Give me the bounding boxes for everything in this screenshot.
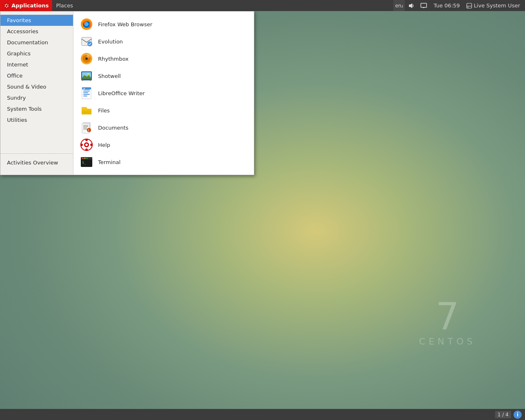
- svg-rect-27: [83, 96, 87, 96]
- svg-point-15: [85, 57, 88, 60]
- svg-point-50: [84, 158, 86, 159]
- firefox-label: Firefox Web Browser: [98, 21, 152, 27]
- terminal-icon: $_: [80, 155, 93, 169]
- svg-point-42: [80, 144, 83, 146]
- panel-left: Applications Places: [0, 0, 77, 11]
- files-icon: [80, 104, 93, 117]
- help-label: Help: [98, 142, 110, 148]
- svg-rect-34: [83, 125, 88, 126]
- svg-point-51: [87, 158, 88, 159]
- sound-icon: [408, 2, 415, 9]
- app-item-help[interactable]: Help: [73, 136, 254, 153]
- display-icon: [420, 2, 427, 9]
- svg-marker-1: [409, 3, 412, 8]
- files-label: Files: [98, 107, 110, 114]
- firefox-icon: [80, 18, 93, 31]
- help-icon: [80, 138, 93, 151]
- svg-point-43: [90, 144, 93, 146]
- svg-rect-24: [83, 91, 90, 91]
- svg-point-46: [85, 144, 88, 146]
- svg-rect-26: [83, 94, 90, 95]
- evolution-label: Evolution: [98, 39, 123, 45]
- sidebar-spacer: [0, 126, 73, 153]
- app-item-documents[interactable]: ! Documents: [73, 119, 254, 136]
- menu-sidebar: Favorites Accessories Documentation Grap…: [0, 11, 73, 175]
- svg-rect-25: [83, 92, 88, 93]
- keyboard-layout-label: en₂: [395, 3, 403, 9]
- sidebar-item-office[interactable]: Office: [0, 70, 73, 81]
- app-item-terminal[interactable]: $_ Terminal: [73, 153, 254, 171]
- top-panel: Applications Places en₂ Tue 06:59: [0, 0, 525, 11]
- app-item-files[interactable]: Files: [73, 102, 254, 119]
- applications-menu-popup: Favorites Accessories Documentation Grap…: [0, 11, 254, 175]
- app-item-shotwell[interactable]: Shotwell: [73, 67, 254, 84]
- places-menu-button[interactable]: Places: [52, 0, 77, 11]
- app-item-libreoffice-writer[interactable]: W LibreOffice Writer: [73, 84, 254, 102]
- svg-point-10: [84, 22, 89, 26]
- sidebar-item-graphics[interactable]: Graphics: [0, 48, 73, 59]
- sidebar-item-sundry[interactable]: Sundry: [0, 92, 73, 103]
- sidebar-item-utilities[interactable]: Utilities: [0, 114, 73, 126]
- app-item-firefox[interactable]: Firefox Web Browser: [73, 16, 254, 33]
- sidebar-item-activities[interactable]: Activities Overview: [0, 157, 73, 168]
- bottom-bar-right: 1 / 4 i: [495, 411, 525, 419]
- svg-rect-36: [83, 128, 87, 128]
- documents-label: Documents: [98, 125, 128, 131]
- menu-app-list: Firefox Web Browser Evolution: [73, 11, 254, 175]
- bottom-bar: 1 / 4 i: [0, 409, 525, 420]
- clock-time: Tue 06:59: [434, 2, 460, 9]
- keyboard-layout[interactable]: en₂: [393, 0, 405, 11]
- centos-icon: [3, 2, 10, 9]
- app-item-evolution[interactable]: Evolution: [73, 33, 254, 50]
- svg-point-20: [82, 80, 83, 81]
- svg-rect-31: [82, 110, 91, 111]
- sidebar-item-accessories[interactable]: Accessories: [0, 26, 73, 37]
- sidebar-item-documentation[interactable]: Documentation: [0, 37, 73, 48]
- svg-point-19: [87, 73, 89, 75]
- clock-display[interactable]: Tue 06:59: [430, 0, 463, 11]
- shotwell-label: Shotwell: [98, 73, 121, 79]
- sound-control[interactable]: [406, 0, 417, 11]
- rhythmbox-label: Rhythmbox: [98, 56, 128, 62]
- evolution-icon: [80, 35, 93, 48]
- svg-text:!: !: [88, 129, 89, 132]
- display-control[interactable]: [418, 0, 429, 11]
- places-label: Places: [56, 2, 73, 9]
- svg-rect-5: [467, 3, 472, 8]
- applications-menu-button[interactable]: Applications: [0, 0, 52, 11]
- workspace-indicator[interactable]: 1 / 4: [495, 411, 511, 418]
- sidebar-item-sound-video[interactable]: Sound & Video: [0, 81, 73, 92]
- user-label: Live System User: [474, 2, 520, 9]
- info-button[interactable]: i: [514, 411, 522, 419]
- sidebar-item-internet[interactable]: Internet: [0, 59, 73, 70]
- app-item-rhythmbox[interactable]: Rhythmbox: [73, 50, 254, 67]
- svg-text:$_: $_: [82, 161, 86, 164]
- terminal-label: Terminal: [98, 159, 121, 165]
- svg-point-44: [85, 148, 88, 151]
- panel-right: en₂ Tue 06:59 Live System User: [393, 0, 525, 11]
- applications-label: Applications: [11, 2, 49, 9]
- svg-point-49: [82, 158, 84, 159]
- sidebar-item-favorites[interactable]: Favorites: [0, 15, 73, 26]
- shotwell-icon: [80, 69, 93, 82]
- svg-text:W: W: [83, 88, 85, 90]
- user-icon: [466, 3, 472, 9]
- writer-label: LibreOffice Writer: [98, 90, 145, 96]
- svg-rect-2: [421, 3, 427, 7]
- user-menu[interactable]: Live System User: [464, 0, 523, 11]
- svg-rect-35: [83, 126, 88, 127]
- writer-icon: W: [80, 87, 93, 100]
- svg-point-21: [90, 80, 91, 81]
- sidebar-item-system-tools[interactable]: System Tools: [0, 103, 73, 114]
- sidebar-bottom: Activities Overview: [0, 153, 73, 171]
- svg-point-41: [85, 139, 88, 141]
- documents-icon: !: [80, 121, 93, 134]
- rhythmbox-icon: [80, 52, 93, 65]
